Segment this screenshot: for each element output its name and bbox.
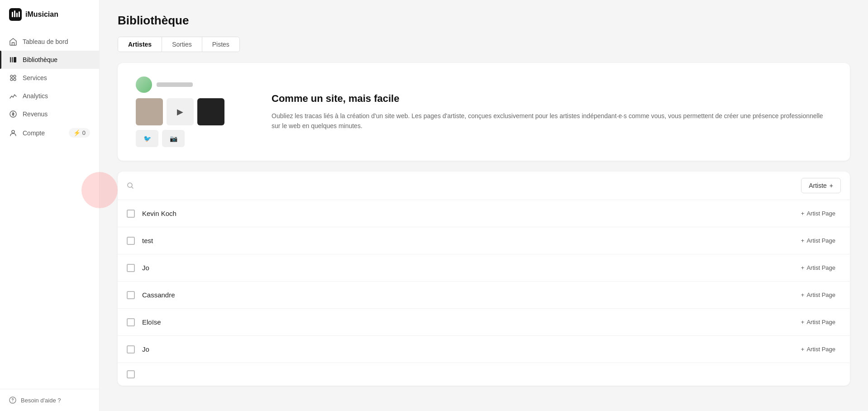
library-icon <box>9 56 17 64</box>
analytics-icon <box>9 92 17 100</box>
artist-name-1: test <box>142 237 788 244</box>
artist-page-label-0: Artist Page <box>806 210 835 217</box>
sidebar-item-tableau-de-bord[interactable]: Tableau de bord <box>0 33 99 51</box>
svg-rect-3 <box>16 13 18 17</box>
svg-point-8 <box>10 75 13 77</box>
artist-checkbox-3[interactable] <box>127 291 135 299</box>
promo-preview: ▶ 🐦 📷 <box>136 76 244 147</box>
home-icon <box>9 38 17 46</box>
promo-text: Comme un site, mais facile Oubliez les t… <box>272 93 832 131</box>
artist-list-section: Artiste + Kevin Koch + Artist Page test … <box>118 172 850 386</box>
artist-page-button-1[interactable]: + Artist Page <box>796 234 841 247</box>
search-input[interactable] <box>138 182 796 189</box>
sidebar-item-label-compte: Compte <box>23 129 45 137</box>
artist-name-4: Eloïse <box>142 318 788 326</box>
sidebar-item-compte[interactable]: Compte ⚡ 0 <box>0 123 99 143</box>
artist-checkbox-1[interactable] <box>127 237 135 245</box>
promo-album-art-2 <box>197 98 224 125</box>
artist-page-button-3[interactable]: + Artist Page <box>796 289 841 301</box>
artist-row: Cassandre + Artist Page <box>118 282 850 309</box>
promo-twitter-button[interactable]: 🐦 <box>136 130 158 147</box>
sidebar-item-label-tableau: Tableau de bord <box>23 38 68 45</box>
artist-page-label-2: Artist Page <box>806 264 835 271</box>
imusician-logo-icon <box>9 8 22 21</box>
artist-page-button-2[interactable]: + Artist Page <box>796 262 841 274</box>
artist-page-label-4: Artist Page <box>806 319 835 325</box>
artist-checkbox-0[interactable] <box>127 210 135 218</box>
svg-rect-7 <box>14 57 16 62</box>
add-artiste-label: Artiste <box>809 182 827 189</box>
promo-images-row: ▶ <box>136 98 244 125</box>
user-icon <box>9 129 17 137</box>
app-logo: iMusician <box>0 0 99 29</box>
artist-page-button-0[interactable]: + Artist Page <box>796 207 841 220</box>
artist-checkbox-5[interactable] <box>127 345 135 354</box>
sidebar-nav: Tableau de bord Bibliothèque Services <box>0 29 99 389</box>
artist-row: Jo + Artist Page <box>118 336 850 363</box>
svg-rect-6 <box>12 57 13 62</box>
money-icon <box>9 110 17 118</box>
promo-social-row: 🐦 📷 <box>136 130 244 147</box>
promo-album-art-1 <box>136 98 163 125</box>
tab-pistes[interactable]: Pistes <box>202 37 239 52</box>
artist-row: Jo + Artist Page <box>118 254 850 282</box>
help-button[interactable]: Besoin d'aide ? <box>9 397 90 404</box>
lightning-icon: ⚡ <box>73 129 81 136</box>
credits-badge: ⚡ 0 <box>69 128 90 138</box>
artist-row: test + Artist Page <box>118 227 850 254</box>
svg-rect-2 <box>14 10 15 17</box>
sidebar: iMusician Tableau de bord Bibliothèque <box>0 0 100 411</box>
sidebar-item-services[interactable]: Services <box>0 69 99 87</box>
svg-rect-5 <box>10 57 11 62</box>
sidebar-item-label-analytics: Analytics <box>23 92 48 100</box>
search-bar: Artiste + <box>118 172 850 200</box>
question-icon <box>9 397 16 404</box>
promo-description: Oubliez les tracas liés à la création d'… <box>272 111 832 131</box>
sidebar-item-revenus[interactable]: Revenus <box>0 105 99 123</box>
help-label: Besoin d'aide ? <box>21 397 61 404</box>
svg-point-15 <box>12 401 13 402</box>
sidebar-item-label-bibliotheque: Bibliothèque <box>23 56 57 63</box>
artist-name-0: Kevin Koch <box>142 210 788 217</box>
svg-rect-4 <box>19 11 20 17</box>
svg-point-11 <box>14 78 16 81</box>
page-title: Bibliothèque <box>118 14 850 28</box>
artist-page-button-5[interactable]: + Artist Page <box>796 343 841 355</box>
sidebar-item-analytics[interactable]: Analytics <box>0 87 99 105</box>
promo-name-bar <box>157 82 193 87</box>
artist-name-5: Jo <box>142 345 788 353</box>
sidebar-item-bibliotheque[interactable]: Bibliothèque <box>0 51 99 69</box>
promo-instagram-button[interactable]: 📷 <box>162 130 185 147</box>
tab-sorties[interactable]: Sorties <box>162 37 202 52</box>
compte-row: Compte ⚡ 0 <box>23 128 90 138</box>
app-name: iMusician <box>25 10 58 19</box>
promo-avatar <box>136 76 152 93</box>
tab-artistes[interactable]: Artistes <box>118 37 162 52</box>
artist-name-3: Cassandre <box>142 291 788 299</box>
sidebar-item-label-services: Services <box>23 74 47 81</box>
search-icon <box>127 182 134 189</box>
svg-point-9 <box>14 75 16 77</box>
main-content: Bibliothèque Artistes Sorties Pistes ▶ 🐦… <box>100 0 868 411</box>
svg-point-10 <box>10 78 13 81</box>
add-icon: + <box>830 182 833 189</box>
credits-count: 0 <box>82 129 86 136</box>
artist-row-partial <box>118 363 850 386</box>
artist-row: Eloïse + Artist Page <box>118 309 850 336</box>
promo-play-button[interactable]: ▶ <box>167 98 194 125</box>
artist-row: Kevin Koch + Artist Page <box>118 200 850 227</box>
promo-heading: Comme un site, mais facile <box>272 93 832 105</box>
tabs: Artistes Sorties Pistes <box>118 37 240 52</box>
artist-page-label-3: Artist Page <box>806 292 835 298</box>
artist-page-button-4[interactable]: + Artist Page <box>796 316 841 328</box>
artist-page-label-1: Artist Page <box>806 237 835 244</box>
artist-checkbox-6[interactable] <box>127 370 135 378</box>
artist-checkbox-4[interactable] <box>127 318 135 326</box>
services-icon <box>9 74 17 82</box>
sidebar-item-label-revenus: Revenus <box>23 110 48 118</box>
artist-page-label-5: Artist Page <box>806 346 835 353</box>
add-artiste-button[interactable]: Artiste + <box>801 178 841 193</box>
sidebar-bottom: Besoin d'aide ? <box>0 389 99 411</box>
artist-checkbox-2[interactable] <box>127 264 135 272</box>
svg-point-13 <box>12 130 14 133</box>
